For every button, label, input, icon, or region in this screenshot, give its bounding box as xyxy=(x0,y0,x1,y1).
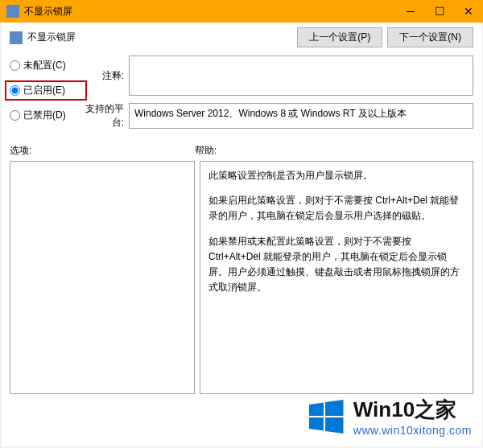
next-setting-button[interactable]: 下一个设置(N) xyxy=(387,27,473,47)
help-paragraph: 如果启用此策略设置，则对于不需要按 Ctrl+Alt+Del 就能登录的用户，其… xyxy=(208,193,464,224)
radio-enabled-input[interactable] xyxy=(10,85,20,96)
help-paragraph: 如果禁用或未配置此策略设置，则对于不需要按 Ctrl+Alt+Del 就能登录的… xyxy=(208,234,464,296)
radio-enabled-label: 已启用(E) xyxy=(23,84,65,97)
comment-label: 注释: xyxy=(82,69,129,83)
radio-disabled-input[interactable] xyxy=(10,110,20,121)
panels: 此策略设置控制是否为用户显示锁屏。 如果启用此策略设置，则对于不需要按 Ctrl… xyxy=(10,161,473,394)
maximize-button[interactable]: ☐ xyxy=(425,0,454,23)
help-paragraph: 此策略设置控制是否为用户显示锁屏。 xyxy=(208,168,464,183)
radio-not-configured[interactable]: 未配置(C) xyxy=(10,59,82,72)
client-area: 不显示锁屏 上一个设置(P) 下一个设置(N) 未配置(C) 已启用(E) 已禁… xyxy=(2,23,481,446)
window-title: 不显示锁屏 xyxy=(24,5,396,18)
app-icon xyxy=(6,5,19,18)
minimize-button[interactable]: ─ xyxy=(396,0,425,23)
radio-disabled[interactable]: 已禁用(D) xyxy=(10,109,82,122)
titlebar: 不显示锁屏 ─ ☐ ✕ xyxy=(0,0,483,23)
config-row: 未配置(C) 已启用(E) 已禁用(D) 注释: 支持的平台: xyxy=(10,55,473,136)
comment-input[interactable] xyxy=(129,55,473,96)
right-column: 注释: 支持的平台: xyxy=(82,55,473,136)
platform-label: 支持的平台: xyxy=(82,102,129,129)
radio-not-configured-input[interactable] xyxy=(10,60,20,71)
enabled-highlight: 已启用(E) xyxy=(5,80,87,101)
help-label: 帮助: xyxy=(195,144,217,158)
prev-setting-button[interactable]: 上一个设置(P) xyxy=(297,27,382,47)
radio-not-configured-label: 未配置(C) xyxy=(23,59,66,72)
platform-field xyxy=(129,103,473,129)
header-row: 不显示锁屏 上一个设置(P) 下一个设置(N) xyxy=(10,27,473,47)
radio-column: 未配置(C) 已启用(E) 已禁用(D) xyxy=(10,55,82,134)
policy-title: 不显示锁屏 xyxy=(27,31,297,44)
radio-enabled[interactable]: 已启用(E) xyxy=(10,84,82,97)
options-label: 选项: xyxy=(10,144,195,158)
section-labels: 选项: 帮助: xyxy=(10,144,473,158)
options-panel[interactable] xyxy=(10,161,195,394)
policy-icon xyxy=(10,31,23,44)
radio-disabled-label: 已禁用(D) xyxy=(23,109,66,122)
close-button[interactable]: ✕ xyxy=(454,0,483,23)
help-panel[interactable]: 此策略设置控制是否为用户显示锁屏。 如果启用此策略设置，则对于不需要按 Ctrl… xyxy=(200,161,473,394)
